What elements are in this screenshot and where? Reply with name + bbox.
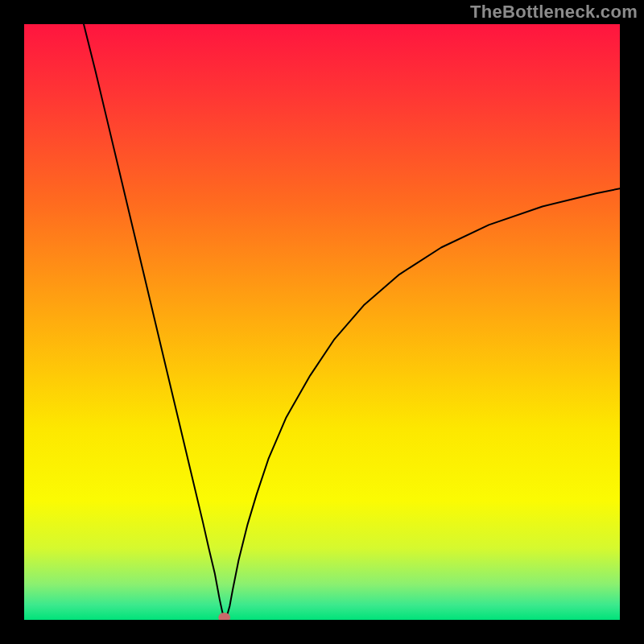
outer-frame: TheBottleneck.com: [0, 0, 644, 644]
watermark-text: TheBottleneck.com: [470, 2, 638, 23]
chart-plot-area: [24, 24, 620, 620]
chart-svg: [24, 24, 620, 620]
chart-background: [24, 24, 620, 620]
